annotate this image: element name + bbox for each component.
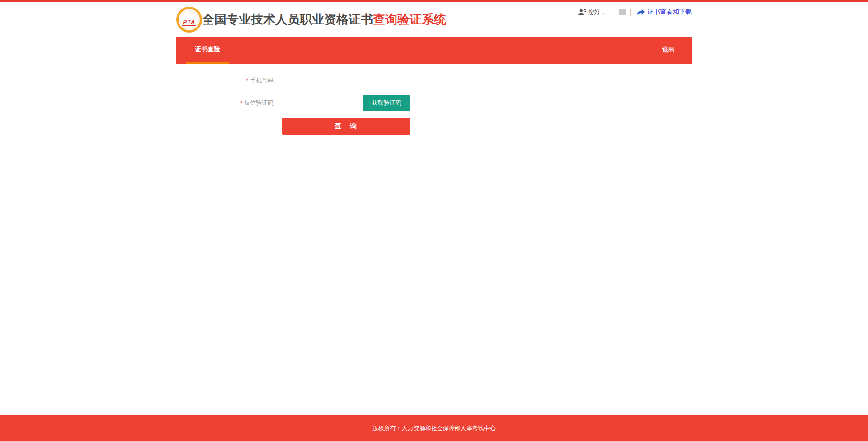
phone-row: *手机号码 (176, 74, 692, 87)
pta-logo: PTA (176, 7, 202, 33)
header-user-area: 您好， | 证书查看和下载 (578, 8, 692, 16)
query-button[interactable]: 查 询 (282, 118, 410, 135)
certificate-view-download-link[interactable]: 证书查看和下载 (647, 8, 692, 16)
phone-input[interactable] (274, 74, 357, 87)
phone-label: *手机号码 (176, 76, 274, 85)
site-header: PTA 全国专业技术人员职业资格证书查询验证系统 您好， | 证书查看和下载 (176, 2, 692, 37)
sms-label: *短信验证码 (176, 99, 274, 107)
copyright-text: 版权所有：人力资源和社会保障部人事考试中心 (373, 424, 496, 432)
pta-logo-text: PTA (182, 19, 196, 26)
required-asterisk: * (240, 100, 242, 106)
logout-button[interactable]: 退出 (662, 37, 675, 64)
site-footer: 版权所有：人力资源和社会保障部人事考试中心 (0, 415, 868, 441)
sms-label-text: 短信验证码 (244, 100, 274, 106)
sms-code-input[interactable] (274, 97, 357, 109)
submit-row: 查 询 (176, 118, 692, 135)
share-arrow-icon (636, 8, 645, 16)
user-icon (578, 9, 586, 16)
page-title: 全国专业技术人员职业资格证书查询验证系统 (202, 11, 446, 28)
avatar-placeholder (619, 9, 626, 15)
page-title-main: 全国专业技术人员职业资格证书 (202, 13, 373, 26)
main-nav: 证书查验 退出 (176, 37, 692, 64)
certificate-query-form: *手机号码 *短信验证码 获取验证码 查 询 (176, 74, 692, 135)
page-title-sub: 查询验证系统 (373, 13, 446, 26)
required-asterisk: * (246, 77, 248, 84)
get-verification-code-button[interactable]: 获取验证码 (363, 95, 410, 111)
separator: | (630, 9, 632, 16)
phone-label-text: 手机号码 (250, 77, 274, 84)
sms-code-row: *短信验证码 获取验证码 (176, 95, 692, 111)
greeting-text: 您好， (588, 8, 606, 16)
tab-certificate-check[interactable]: 证书查验 (186, 37, 229, 64)
